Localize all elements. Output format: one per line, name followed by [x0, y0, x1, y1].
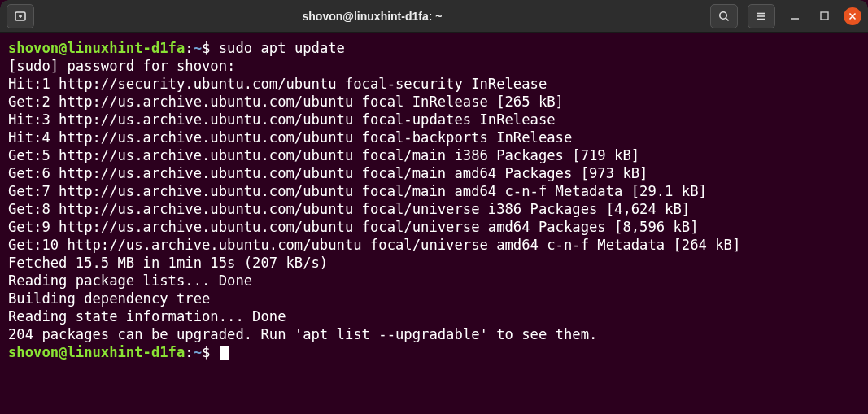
- output-line: [sudo] password for shovon:: [8, 58, 235, 74]
- new-tab-button[interactable]: [7, 4, 34, 28]
- titlebar-right: [710, 4, 861, 28]
- output-line: Get:7 http://us.archive.ubuntu.com/ubunt…: [8, 183, 707, 199]
- close-button[interactable]: [844, 7, 861, 25]
- prompt-path: ~: [194, 344, 202, 360]
- output-line: Get:2 http://us.archive.ubuntu.com/ubunt…: [8, 94, 564, 110]
- output-line: Get:8 http://us.archive.ubuntu.com/ubunt…: [8, 201, 690, 217]
- maximize-icon: [820, 11, 829, 20]
- output-line: Building dependency tree: [8, 290, 210, 307]
- output-line: Get:9 http://us.archive.ubuntu.com/ubunt…: [8, 219, 699, 235]
- prompt-colon: :: [185, 344, 193, 360]
- prompt-colon: :: [185, 40, 193, 56]
- close-icon: [848, 12, 857, 20]
- output-line: 204 packages can be upgraded. Run 'apt l…: [8, 326, 597, 342]
- new-tab-icon: [14, 10, 27, 23]
- output-line: Get:10 http://us.archive.ubuntu.com/ubun…: [8, 237, 740, 253]
- output-line: Reading state information... Done: [8, 308, 286, 325]
- output-line: Fetched 15.5 MB in 1min 15s (207 kB/s): [8, 255, 328, 271]
- minimize-icon: [790, 11, 800, 21]
- output-line: Reading package lists... Done: [8, 272, 252, 289]
- terminal-output[interactable]: shovon@linuxhint-d1fa:~$ sudo apt update…: [0, 33, 868, 368]
- output-line: Get:6 http://us.archive.ubuntu.com/ubunt…: [8, 165, 648, 181]
- output-line: Hit:4 http://us.archive.ubuntu.com/ubunt…: [8, 129, 572, 146]
- prompt-user-host: shovon@linuxhint-d1fa: [8, 344, 185, 360]
- terminal-cursor: [220, 346, 229, 360]
- maximize-button[interactable]: [814, 7, 834, 26]
- window-title: shovon@linuxhint-d1fa: ~: [34, 10, 710, 23]
- menu-button[interactable]: [748, 4, 775, 28]
- svg-rect-9: [821, 12, 828, 20]
- command-text: sudo apt update: [219, 40, 345, 56]
- search-button[interactable]: [710, 4, 738, 28]
- titlebar-left: [7, 4, 34, 28]
- window-titlebar: shovon@linuxhint-d1fa: ~: [0, 0, 868, 33]
- search-icon: [718, 10, 731, 23]
- svg-line-4: [726, 18, 728, 20]
- output-line: Hit:1 http://security.ubuntu.com/ubuntu …: [8, 76, 547, 92]
- minimize-button[interactable]: [785, 7, 805, 26]
- prompt-symbol: $: [202, 40, 210, 56]
- hamburger-icon: [755, 10, 768, 23]
- output-line: Hit:3 http://us.archive.ubuntu.com/ubunt…: [8, 111, 556, 128]
- output-line: Get:5 http://us.archive.ubuntu.com/ubunt…: [8, 147, 639, 163]
- prompt-path: ~: [194, 40, 202, 56]
- svg-point-3: [720, 11, 726, 18]
- prompt-user-host: shovon@linuxhint-d1fa: [8, 40, 185, 56]
- prompt-symbol: $: [202, 344, 210, 360]
